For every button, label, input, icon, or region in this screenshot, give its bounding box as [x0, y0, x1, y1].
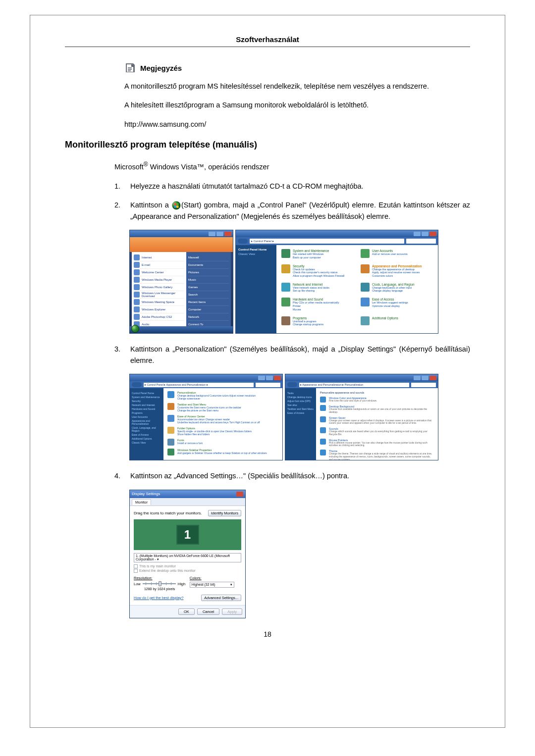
cp-category[interactable]: System and MaintenanceGet started with W…: [281, 249, 354, 262]
screenshot-personalization: ▸ Control Panel ▸ Appearance and Persona…: [129, 374, 470, 460]
start-menu-item[interactable]: Windows Meeting Space: [134, 299, 184, 306]
search-input[interactable]: [256, 383, 280, 387]
ok-button[interactable]: OK: [178, 608, 195, 615]
sidebar-item[interactable]: Appearance and Personalization: [132, 419, 161, 425]
start-menu-item[interactable]: Windows Media Player: [134, 276, 184, 284]
note-url: http://www.samsung.com/: [124, 119, 470, 130]
appearance-category[interactable]: Folder OptionsSpecify single- or double-…: [167, 427, 278, 436]
tab-monitor[interactable]: Monitor: [132, 499, 151, 505]
sidebar-item[interactable]: Change desktop icons: [287, 396, 314, 399]
start-menu-item[interactable]: Windows Photo Gallery: [134, 284, 184, 291]
monitor-icon[interactable]: 1: [176, 525, 199, 545]
dialog-title: Display Settings: [132, 492, 160, 496]
cp-category[interactable]: Clock, Language, and RegionChange keyboa…: [361, 283, 433, 296]
option-icon: [320, 439, 326, 445]
start-menu-item[interactable]: Recent Items: [188, 299, 229, 306]
appearance-category[interactable]: PersonalizationChange desktop background…: [167, 391, 278, 400]
search-input[interactable]: [411, 383, 436, 387]
sidebar-item[interactable]: Programs: [132, 411, 161, 414]
start-menu-item[interactable]: Maxwell: [188, 254, 229, 261]
close-icon[interactable]: [236, 492, 243, 497]
sidebar-item[interactable]: System and Maintenance: [132, 396, 161, 399]
sidebar-item[interactable]: Taskbar and Start Menu: [287, 407, 314, 410]
start-menu-item[interactable]: Windows Explorer: [134, 306, 184, 313]
start-orb-icon[interactable]: [131, 325, 139, 333]
cp-side-link[interactable]: Classic View: [238, 252, 274, 255]
monitor-select[interactable]: 1. (Multiple Monitors) on NVIDIA GeForce…: [134, 553, 241, 562]
start-menu-item[interactable]: Music: [188, 276, 229, 284]
sidebar-item[interactable]: Network and Internet: [132, 403, 161, 406]
address-bar[interactable]: ▸ Appearance and Personalization ▸ Perso…: [299, 383, 409, 387]
perso-option[interactable]: ThemeChange the theme. Themes can change…: [320, 450, 434, 460]
app-icon: [134, 292, 140, 298]
category-icon: [281, 264, 290, 273]
best-display-link[interactable]: How do I get the best display?: [134, 596, 183, 600]
app-icon: [134, 284, 140, 290]
monitor-preview[interactable]: 1: [134, 519, 241, 550]
page-header-title: Szoftverhasználat: [65, 35, 470, 44]
identify-monitors-button[interactable]: Identify Monitors: [208, 510, 241, 516]
cp-category[interactable]: ProgramsUninstall a programChange startu…: [281, 316, 354, 330]
resolution-slider[interactable]: Low High: [134, 582, 185, 586]
start-menu-item[interactable]: Pictures: [188, 269, 229, 276]
sidebar-item[interactable]: See also: [287, 403, 314, 406]
address-bar[interactable]: ▸ Control Panel ▸: [250, 239, 404, 244]
colors-select[interactable]: Highest (32 bit)▾: [190, 582, 234, 588]
step-2: 2. Kattintson a (Start) gombra, majd a „…: [114, 200, 470, 222]
section-heading: Monitorillesztő program telepítése (manu…: [65, 140, 470, 150]
appearance-category[interactable]: FontsInstall or remove a font: [167, 439, 278, 446]
search-input[interactable]: [406, 239, 436, 244]
sidebar-item[interactable]: Security: [132, 400, 161, 403]
chk-extend-desktop: Extend the desktop onto this monitor: [134, 569, 241, 573]
start-menu-item[interactable]: Games: [188, 284, 229, 291]
app-icon: [134, 269, 140, 275]
note-heading-text: Megjegyzés: [140, 64, 182, 72]
sidebar-item[interactable]: Control Panel Home: [132, 392, 161, 395]
appearance-category[interactable]: Windows Sidebar PropertiesAdd gadgets to…: [167, 449, 278, 455]
appearance-window: ▸ Control Panel ▸ Appearance and Persona…: [129, 374, 283, 460]
appearance-category[interactable]: Taskbar and Start MenuCustomize the Star…: [167, 403, 278, 412]
sidebar-item[interactable]: Adjust font size (DPI): [287, 400, 314, 403]
cp-category[interactable]: Network and InternetView network status …: [281, 283, 354, 296]
cp-category[interactable]: User AccountsAdd or remove user accounts: [361, 249, 433, 262]
start-menu-item[interactable]: Computer: [188, 306, 229, 313]
start-menu-item[interactable]: E-mail: [134, 261, 184, 269]
start-menu-item[interactable]: Welcome Center: [134, 269, 184, 276]
cp-category[interactable]: SecurityCheck for updatesCheck this comp…: [281, 264, 354, 281]
sidebar-item[interactable]: Clock, Language, and Region: [132, 426, 161, 432]
cp-category[interactable]: Ease of AccessLet Windows suggest settin…: [361, 298, 433, 314]
start-menu-item[interactable]: Network: [188, 313, 229, 321]
start-menu-item[interactable]: Internet: [134, 254, 184, 261]
category-icon: [281, 283, 290, 292]
app-icon: [134, 314, 140, 320]
start-menu-item[interactable]: Adobe Photoshop CS2: [134, 313, 184, 321]
perso-option[interactable]: SoundsChange which sounds are heard when…: [320, 427, 434, 436]
category-icon: [167, 439, 174, 446]
sidebar-item[interactable]: Additional Options: [132, 437, 161, 440]
address-bar[interactable]: ▸ Control Panel ▸ Appearance and Persona…: [144, 383, 254, 387]
sidebar-item[interactable]: Ease of Access: [132, 433, 161, 436]
sidebar-item[interactable]: Tasks: [287, 392, 314, 395]
start-menu-item[interactable]: Search: [188, 291, 229, 299]
sidebar-item[interactable]: Ease of Access: [287, 411, 314, 414]
cp-category[interactable]: Additional Options: [361, 316, 433, 330]
sidebar-item[interactable]: User Accounts: [132, 415, 161, 418]
appearance-category[interactable]: Ease of Access CenterAccommodate low vis…: [167, 415, 278, 424]
perso-option[interactable]: Mouse PointersPick a different mouse poi…: [320, 439, 434, 448]
cp-category[interactable]: Hardware and SoundPlay CDs or other medi…: [281, 298, 354, 314]
advanced-settings-button[interactable]: Advanced Settings...: [201, 595, 241, 601]
note-icon: [124, 62, 136, 74]
cp-category[interactable]: Appearance and PersonalizationChange the…: [361, 264, 433, 281]
screenshot-display-settings: Display Settings Monitor Drag the icons …: [129, 490, 470, 618]
perso-option[interactable]: Desktop BackgroundChoose from available …: [320, 405, 434, 414]
sidebar-item[interactable]: Hardware and Sound: [132, 407, 161, 410]
svg-point-1: [172, 202, 180, 209]
start-menu-item[interactable]: Documents: [188, 261, 229, 269]
sidebar-item[interactable]: Classic View: [132, 441, 161, 444]
perso-option[interactable]: Window Color and AppearanceFine tune the…: [320, 397, 434, 403]
cancel-button[interactable]: Cancel: [197, 608, 219, 615]
apply-button: Apply: [222, 608, 242, 615]
start-menu-item[interactable]: Windows Live Messenger Download: [134, 291, 184, 299]
perso-option[interactable]: Screen SaverChange your screen saver or …: [320, 416, 434, 425]
header-rule: [65, 47, 470, 47]
